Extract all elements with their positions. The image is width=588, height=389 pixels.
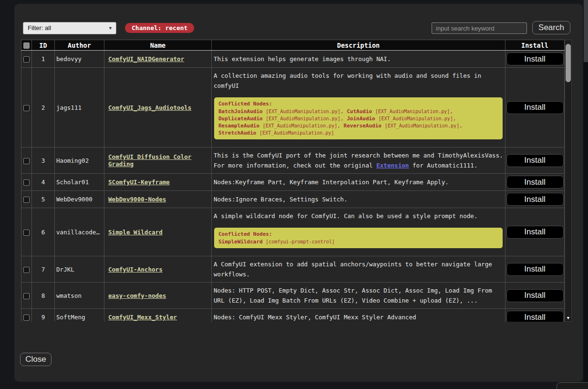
row-checkbox[interactable] [23,158,30,164]
node-name-link[interactable]: easy-comfy-nodes [108,292,166,299]
row-install-cell: Install [505,174,565,191]
install-button[interactable]: Install [506,154,564,167]
conflict-list: SimpleWildcard [comfyui-prompt-control] [218,238,498,245]
row-description-cell: Nodes: ComfyUI Mexx Styler, ComfyUI Mexx… [212,309,505,322]
conflict-title: Conflicted Nodes: [218,231,498,238]
row-checkbox-cell [21,283,32,309]
nodes-table-container: ID Author Name Description Install 1bedo… [21,40,572,322]
row-name-cell: ComfyUI_Mexx_Styler [104,309,212,322]
install-button[interactable]: Install [506,53,564,65]
select-all-checkbox[interactable] [23,42,30,49]
table-row: 6vanillacode…Simple WildcardA simple wil… [21,208,565,256]
page-scrollbar[interactable] [584,0,588,389]
row-checkbox-cell [21,147,32,174]
row-author: jags111 [55,68,104,147]
table-scrollbar[interactable]: ▼ [565,40,572,322]
description-text: A collection amazing audio tools for wor… [214,71,503,91]
description-text: This extension helps generate images thr… [214,54,503,64]
row-name-cell: ComfyUI-Anchors [104,256,212,283]
install-button[interactable]: Install [506,101,564,114]
table-scrollbar-thumb[interactable] [566,44,571,82]
filter-dropdown[interactable]: Filter: all ▼ [23,22,116,34]
node-name-link[interactable]: ComfyUI_Mexx_Styler [108,314,177,321]
row-id: 3 [32,147,55,174]
row-id: 7 [32,256,55,283]
row-install-cell: Install [505,191,565,208]
table-row: 5WebDev9000WebDev9000-NodesNodes:Ignore … [21,191,565,208]
row-description-cell: A simple wildcard node for ComfyUI. Can … [212,208,505,256]
row-id: 8 [32,283,55,309]
row-name-cell: ComfyUI_Jags_Audiotools [104,68,212,147]
table-row: 4Scholar01SComfyUI-KeyframeNodes:Keyfram… [21,174,565,191]
row-description-cell: Nodes:Keyframe Part, Keyframe Interpolat… [212,174,505,191]
row-name-cell: WebDev9000-Nodes [104,191,212,208]
table-row: 7DrJKLComfyUI-AnchorsA ComfyUI extension… [21,256,565,283]
filter-value: Filter: all [28,24,51,32]
node-name-link[interactable]: WebDev9000-Nodes [108,196,166,203]
row-id: 5 [32,191,55,208]
install-button[interactable]: Install [506,176,564,189]
row-checkbox-cell [21,256,32,283]
row-install-cell: Install [505,256,565,283]
row-author: wmatson [55,283,104,309]
row-checkbox[interactable] [23,315,30,321]
row-description-cell: Nodes: HTTP POST, Empty Dict, Assoc Str,… [212,283,505,309]
row-install-cell: Install [505,283,565,309]
description-text: A ComfyUI extension to add spatial ancho… [214,259,503,279]
custom-nodes-manager-dialog: Filter: all ▼ Channel: recent Search ID … [14,4,583,382]
row-checkbox[interactable] [23,179,30,186]
table-row: 3Haoming02ComfyUI Diffusion Color Gradin… [21,147,565,174]
table-row: 8wmatsoneasy-comfy-nodesNodes: HTTP POST… [21,283,565,309]
scroll-down-arrow-icon[interactable]: ▼ [565,315,571,320]
row-checkbox[interactable] [23,56,30,63]
row-id: 1 [32,51,55,68]
row-checkbox[interactable] [23,105,30,111]
install-button[interactable]: Install [506,193,564,206]
row-checkbox-cell [21,191,32,208]
install-button[interactable]: Install [506,311,564,322]
row-author: WebDev9000 [55,191,104,208]
row-checkbox[interactable] [23,267,30,273]
header-install: Install [505,40,565,51]
node-name-link[interactable]: SComfyUI-Keyframe [108,179,170,186]
node-name-link[interactable]: ComfyUI Diffusion Color Grading [108,153,191,168]
row-author: bedovyy [55,51,104,68]
row-description-cell: Nodes:Ignore Braces, Settings Switch. [212,191,505,208]
nodes-table: ID Author Name Description Install 1bedo… [21,40,565,322]
search-button[interactable]: Search [532,21,570,34]
row-install-cell: Install [505,147,565,174]
row-checkbox-cell [21,68,32,147]
header-description: Description [212,40,505,51]
description-text: A simple wildcard node for ComfyUI. Can … [214,211,503,221]
install-button[interactable]: Install [506,263,564,276]
node-name-link[interactable]: ComfyUI-Anchors [108,266,163,273]
row-description-cell: A collection amazing audio tools for wor… [212,68,505,147]
table-row: 9SoftMengComfyUI_Mexx_StylerNodes: Comfy… [21,309,565,322]
node-name-link[interactable]: ComfyUI_Jags_Audiotools [108,104,191,111]
close-button[interactable]: Close [20,353,52,366]
header-name: Name [104,40,212,51]
node-name-link[interactable]: Simple Wildcard [108,229,163,236]
table-row: 2jags111ComfyUI_Jags_AudiotoolsA collect… [21,68,565,147]
description-text: Nodes: ComfyUI Mexx Styler, ComfyUI Mexx… [214,312,503,322]
row-checkbox[interactable] [23,230,30,236]
description-text: Nodes: HTTP POST, Empty Dict, Assoc Str,… [214,285,503,305]
row-author: DrJKL [55,256,104,283]
install-button[interactable]: Install [506,289,564,302]
conflict-warning: Conflicted Nodes:SimpleWildcard [comfyui… [214,228,503,248]
install-button[interactable]: Install [506,226,564,239]
row-checkbox-cell [21,309,32,322]
row-install-cell: Install [505,51,565,68]
channel-badge: Channel: recent [125,23,194,33]
row-description-cell: A ComfyUI extension to add spatial ancho… [212,256,505,283]
row-checkbox-cell [21,51,32,68]
node-name-link[interactable]: ComfyUI_NAIDGenerator [108,55,184,63]
row-checkbox-cell [21,174,32,191]
row-checkbox[interactable] [23,293,30,299]
description-link[interactable]: Extension [376,162,409,169]
page-scrollbar-thumb[interactable] [584,0,588,62]
row-checkbox[interactable] [23,197,30,203]
conflict-list: BatchJoinAudio [EXT_AudioManipulation.py… [218,108,498,137]
row-author: vanillacode… [55,208,104,256]
search-input[interactable] [432,22,527,34]
